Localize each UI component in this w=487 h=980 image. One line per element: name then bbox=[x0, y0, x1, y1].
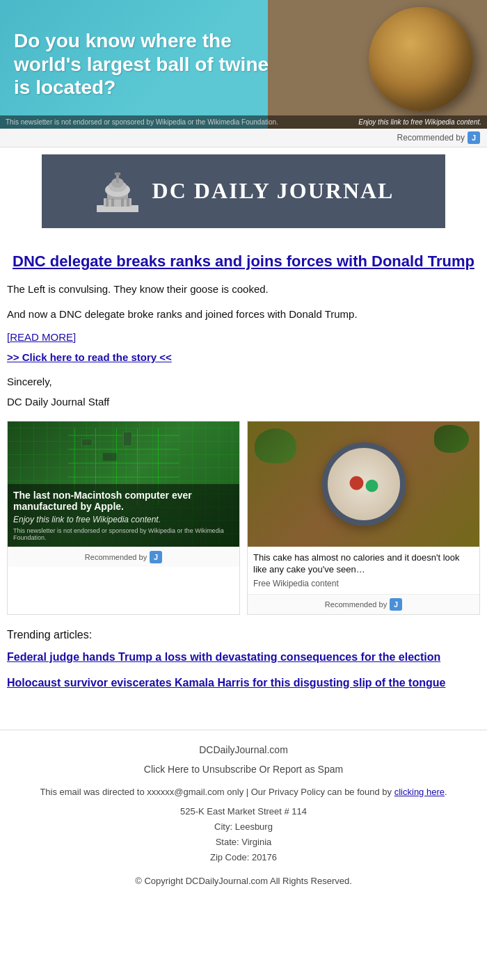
capitol-icon bbox=[93, 167, 142, 216]
twine-ball-visual bbox=[369, 7, 473, 111]
j-badge: J bbox=[468, 131, 480, 144]
circuit-board-visual: The last non-Macintosh computer ever man… bbox=[8, 421, 239, 547]
widget-left-image: The last non-Macintosh computer ever man… bbox=[8, 421, 239, 547]
widget-right-source: Free Wikipedia content bbox=[253, 579, 474, 588]
widget-right-j-badge: J bbox=[390, 598, 402, 611]
footer-address: 525-K East Market Street # 114 City: Lee… bbox=[7, 804, 480, 865]
widget-right-desc: This cake has almost no calories and it … bbox=[253, 552, 474, 576]
footer-email-notice: This email was directed to xxxxxx@gmail.… bbox=[7, 785, 480, 799]
widget-left-overlay: The last non-Macintosh computer ever man… bbox=[8, 484, 239, 547]
widget-left-main-text: The last non-Macintosh computer ever man… bbox=[13, 490, 234, 512]
svg-rect-22 bbox=[103, 453, 117, 461]
read-more-link[interactable]: [READ MORE] bbox=[7, 331, 480, 343]
food-visual bbox=[248, 421, 479, 547]
widget-left-footer: Recommended by J bbox=[8, 547, 239, 567]
svg-rect-21 bbox=[82, 439, 93, 446]
food-dots bbox=[349, 476, 378, 492]
trending-article-1[interactable]: Federal judge hands Trump a loss with de… bbox=[7, 650, 480, 665]
widget-left-italic-text: Enjoy this link to free Wikipedia conten… bbox=[13, 515, 234, 524]
widget-right-recommended-label: Recommended by bbox=[325, 600, 387, 609]
banner-ad-image bbox=[268, 0, 487, 129]
main-content: DNC delegate breaks ranks and joins forc… bbox=[0, 232, 487, 716]
recommended-by-label: Recommended by bbox=[397, 133, 465, 143]
banner-ad-title: Do you know where the world's largest ba… bbox=[14, 29, 278, 99]
banner-disclaimer-bar: This newsletter is not endorsed or spons… bbox=[0, 115, 487, 129]
footer-copyright: © Copyright DCDailyJournal.com All Right… bbox=[7, 876, 480, 886]
trending-article-2[interactable]: Holocaust survivor eviscerates Kamala Ha… bbox=[7, 675, 480, 691]
footer-site: DCDailyJournal.com bbox=[7, 744, 480, 755]
ad-widgets-row: The last non-Macintosh computer ever man… bbox=[7, 421, 480, 615]
logo-container: DC DAILY JOURNAL bbox=[42, 154, 445, 228]
svg-rect-11 bbox=[127, 198, 129, 207]
banner-ad-text: Do you know where the world's largest ba… bbox=[0, 0, 292, 129]
ad-widget-right[interactable]: This cake has almost no calories and it … bbox=[247, 421, 480, 615]
svg-rect-23 bbox=[124, 432, 132, 446]
svg-rect-9 bbox=[111, 198, 114, 207]
unsubscribe-link[interactable]: Click Here to Unsubscribe Or Report as S… bbox=[144, 764, 343, 775]
recommended-by-bar: Recommended by J bbox=[0, 129, 487, 147]
widget-left-recommended-label: Recommended by bbox=[85, 553, 147, 561]
footer-unsubscribe[interactable]: Click Here to Unsubscribe Or Report as S… bbox=[7, 764, 480, 775]
address-state: State: Virginia bbox=[7, 835, 480, 850]
plate-visual bbox=[322, 442, 406, 526]
sincerely-text: Sincerely, bbox=[7, 373, 480, 390]
click-story-link[interactable]: >> Click here to read the story << bbox=[7, 351, 480, 363]
footer: DCDailyJournal.com Click Here to Unsubsc… bbox=[0, 730, 487, 901]
banner-disclaimer-text: This newsletter is not endorsed or spons… bbox=[6, 118, 278, 126]
address-zip: Zip Code: 20176 bbox=[7, 850, 480, 865]
logo-text: DC DAILY JOURNAL bbox=[152, 179, 394, 203]
address-street: 525-K East Market Street # 114 bbox=[7, 804, 480, 819]
article-body-2: And now a DNC delegate broke ranks and j… bbox=[7, 306, 480, 323]
widget-right-footer: Recommended by J bbox=[248, 594, 479, 614]
article-body-1: The Left is convulsing. They know their … bbox=[7, 281, 480, 298]
svg-rect-10 bbox=[121, 198, 124, 207]
logo-wrapper: DC DAILY JOURNAL bbox=[0, 147, 487, 232]
privacy-policy-link[interactable]: clicking here bbox=[394, 787, 445, 797]
svg-rect-7 bbox=[115, 172, 120, 175]
article-title-container: DNC delegate breaks ranks and joins forc… bbox=[7, 252, 480, 271]
widget-right-image bbox=[248, 421, 479, 547]
banner-ad[interactable]: Do you know where the world's largest ba… bbox=[0, 0, 487, 129]
widget-right-info: This cake has almost no calories and it … bbox=[248, 547, 479, 594]
trending-section: Trending articles: Federal judge hands T… bbox=[7, 629, 480, 691]
staff-name: DC Daily Journal Staff bbox=[7, 394, 480, 410]
svg-rect-8 bbox=[106, 198, 109, 207]
ad-widget-left[interactable]: The last non-Macintosh computer ever man… bbox=[7, 421, 240, 615]
email-notice-text: This email was directed to xxxxxx@gmail.… bbox=[40, 787, 392, 797]
trending-label: Trending articles: bbox=[7, 629, 480, 641]
address-city: City: Leesburg bbox=[7, 819, 480, 835]
article-title-link[interactable]: DNC delegate breaks ranks and joins forc… bbox=[13, 252, 474, 270]
widget-left-disclaimer: This newsletter is not endorsed or spons… bbox=[13, 527, 234, 541]
widget-left-j-badge: J bbox=[150, 551, 162, 563]
banner-enjoy-link: Enjoy this link to free Wikipedia conten… bbox=[358, 118, 481, 126]
